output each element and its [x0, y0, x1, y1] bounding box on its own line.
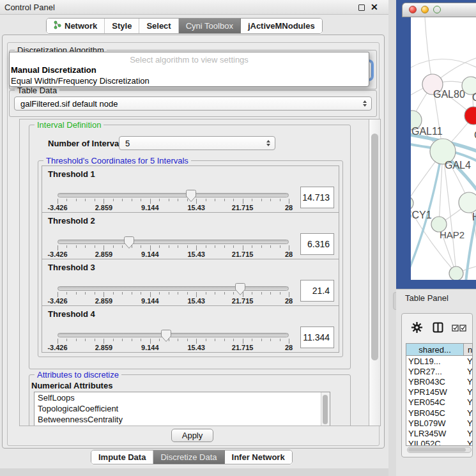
- columns-icon[interactable]: [433, 322, 443, 335]
- slider-tick-labels: -3.4262.8599.14415.4321.71528: [58, 250, 289, 258]
- network-node-gcy1[interactable]: [411, 196, 413, 210]
- tab-network[interactable]: Network: [47, 19, 105, 33]
- table-row[interactable]: YDL19...YDL1: [406, 356, 472, 366]
- network-icon: [54, 20, 61, 31]
- tab-label: Cyni Toolbox: [186, 21, 233, 31]
- table-header-name[interactable]: n: [464, 344, 472, 355]
- slider-track[interactable]: [58, 333, 289, 337]
- table-hscrollbar[interactable]: [407, 447, 472, 453]
- slider-thumb[interactable]: [160, 329, 172, 342]
- checkbox-icon[interactable]: [452, 324, 459, 334]
- threshold-slider[interactable]: -3.4262.8599.14415.4321.71528: [58, 236, 289, 260]
- table-row[interactable]: YPR145WYPR1: [406, 387, 472, 397]
- table-row[interactable]: YBR043CYBR0: [406, 376, 472, 387]
- slider-track[interactable]: [58, 193, 289, 197]
- number-of-intervals-combobox[interactable]: 5: [119, 136, 275, 150]
- table-row[interactable]: YLR345WYLR3: [406, 428, 472, 438]
- threshold-value-field[interactable]: 11.344: [300, 326, 334, 348]
- close-window-icon[interactable]: [409, 6, 417, 13]
- minimize-window-icon[interactable]: [421, 6, 429, 13]
- top-tab-bar: NetworkStyleSelectCyni ToolboxjActiveMNo…: [46, 18, 323, 34]
- threshold-slider[interactable]: -3.4262.8599.14415.4321.71528: [58, 189, 289, 213]
- slider-track[interactable]: [58, 286, 289, 291]
- list-scrollbar-thumb[interactable]: [323, 395, 328, 424]
- attribute-item-betweennesscentrality[interactable]: BetweennessCentrality: [35, 414, 330, 425]
- tab-label: Style: [112, 21, 132, 31]
- attribute-item-selfloops[interactable]: SelfLoops: [35, 392, 330, 403]
- network-node-label: GAL4: [445, 160, 471, 171]
- cell-shared-name: YPR145W: [406, 387, 464, 397]
- cell-name: YER0: [464, 397, 472, 407]
- tab-discretize-data[interactable]: Discretize Data: [153, 450, 224, 464]
- app-screen: Control Panel ✕ NetworkStyleSelectCyni T…: [0, 0, 476, 476]
- cell-name: YBR0: [464, 408, 472, 418]
- attribute-item-topologicalcoefficient[interactable]: TopologicalCoefficient: [35, 403, 330, 414]
- slider-tick-labels: -3.4262.8599.14415.4321.71528: [58, 344, 289, 351]
- node-attribute-table: shared... n YDL19...YDL1YDR27...YDR2YBR0…: [406, 343, 473, 446]
- table-row[interactable]: YBL079WYBL0: [406, 418, 472, 428]
- network-node-8[interactable]: [449, 266, 463, 280]
- tab-select[interactable]: Select: [139, 19, 178, 33]
- tab-style[interactable]: Style: [105, 19, 139, 33]
- panel-divider[interactable]: [388, 0, 396, 476]
- threshold-name: Threshold 4: [48, 309, 95, 319]
- network-node-label: GAL80: [433, 89, 465, 100]
- list-scrollbar[interactable]: [321, 392, 330, 426]
- threshold-value-field[interactable]: 6.316: [300, 233, 334, 255]
- cell-shared-name: YDL19...: [406, 357, 464, 366]
- tab-label: Infer Network: [232, 452, 285, 462]
- slider-ticks: [58, 292, 289, 297]
- thresholds-group-label: Threshold's Coordinates for 5 Intervals: [43, 156, 191, 165]
- tab-cyni-toolbox[interactable]: Cyni Toolbox: [179, 19, 241, 33]
- slider-track[interactable]: [58, 240, 289, 244]
- slider-thumb[interactable]: [234, 282, 246, 296]
- network-node-label: H: [472, 211, 476, 222]
- table-header-shared[interactable]: shared...: [406, 344, 464, 355]
- threshold-slider[interactable]: -3.4262.8599.14415.4321.71528: [58, 282, 289, 307]
- table-data-combobox[interactable]: galFiltered.sif default node: [14, 96, 372, 111]
- numerical-attributes-list[interactable]: SelfLoopsTopologicalCoefficientBetweenne…: [34, 392, 330, 426]
- network-node-h[interactable]: [459, 192, 476, 213]
- slider-ticks: [58, 339, 289, 344]
- tab-label: jActiveMNodules: [248, 21, 315, 31]
- checkbox-icon[interactable]: [459, 324, 466, 334]
- tab-infer-network[interactable]: Infer Network: [225, 450, 292, 464]
- gear-icon[interactable]: [411, 321, 423, 335]
- slider-thumb[interactable]: [123, 236, 135, 249]
- network-node-label: GAL11: [411, 126, 443, 137]
- network-edge[interactable]: [411, 59, 476, 72]
- cell-name: YIL0: [464, 439, 472, 446]
- table-row[interactable]: YIL052CYIL0: [406, 439, 472, 447]
- float-window-icon[interactable]: [358, 4, 365, 11]
- table-hscrollbar-thumb[interactable]: [408, 448, 466, 452]
- settings-scrollbar[interactable]: [369, 119, 381, 426]
- dropdown-option-manual-discretization[interactable]: Manual Discretization: [10, 65, 369, 75]
- close-icon[interactable]: ✕: [371, 2, 378, 12]
- cell-shared-name: YBR045C: [406, 408, 464, 418]
- slider-ticks: [58, 199, 289, 204]
- threshold-value-field[interactable]: 21.4: [300, 280, 334, 302]
- zoom-window-icon[interactable]: [433, 6, 441, 13]
- apply-button[interactable]: Apply: [171, 429, 213, 442]
- interval-definition-label: Interval Definition: [35, 120, 104, 130]
- slider-tick-labels: -3.4262.8599.14415.4321.71528: [58, 297, 289, 305]
- tab-impute-data[interactable]: Impute Data: [91, 450, 153, 464]
- number-of-intervals-label: Number of Intervals: [48, 139, 126, 148]
- slider-thumb[interactable]: [185, 189, 197, 203]
- threshold-panel: Threshold 3 -3.4262.8599.14415.4321.7152…: [42, 259, 339, 306]
- table-row[interactable]: YER054CYER0: [406, 397, 472, 408]
- network-view-canvas[interactable]: GAL80GCGAL11GAL4GCY1HHAP2: [411, 17, 476, 280]
- threshold-slider[interactable]: -3.4262.8599.14415.4321.71528: [58, 329, 289, 353]
- slider-tick-labels: -3.4262.8599.14415.4321.71528: [58, 204, 289, 211]
- tab-jactivemnodules[interactable]: jActiveMNodules: [241, 19, 322, 33]
- bottom-tab-bar: Impute DataDiscretize DataInfer Network: [91, 450, 293, 464]
- table-row[interactable]: YDR27...YDR2: [406, 366, 472, 376]
- settings-scrollbar-thumb[interactable]: [371, 134, 378, 360]
- threshold-value-field[interactable]: 14.713: [300, 187, 334, 208]
- network-node-label: HAP2: [440, 229, 464, 240]
- cell-name: YPR1: [464, 387, 472, 397]
- cell-name: YBL0: [464, 418, 472, 428]
- dropdown-option-equal-width-frequency-discretization[interactable]: Equal Width/Frequency Discretization: [10, 75, 369, 86]
- table-row[interactable]: YBR045CYBR0: [406, 408, 472, 418]
- dropdown-placeholder: Select algorithm to view settings: [10, 55, 369, 65]
